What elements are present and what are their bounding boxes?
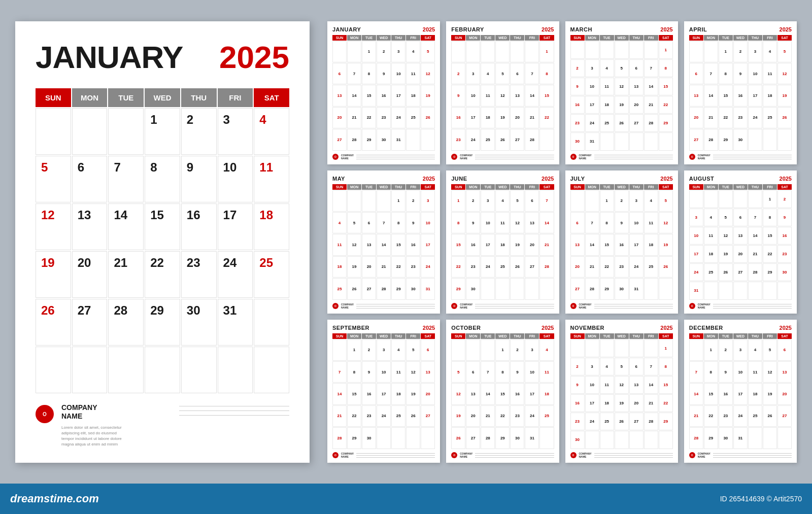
sc-company-name-11: COMPANYNAME [698,452,710,459]
sc-cell-2-3-5: 21 [644,96,658,114]
sc-cell-1-0-6: 1 [539,41,554,62]
sc-cell-0-4-4: 31 [391,129,405,150]
cal-cell-29: 29 [145,299,180,346]
sc-cell-0-2-5: 18 [406,85,420,106]
sc-dh-fri: FRI [763,35,777,41]
cal-cell-8: 8 [145,156,180,202]
sc-dh-mon: MON [585,35,599,41]
cal-cell-12: 12 [36,203,71,250]
sc-cell-7-4-2: 26 [719,263,733,281]
sc-cell-4-3-4: 22 [391,256,405,278]
sc-day-headers-5: SUNMONTUEWEDTHUFRISAT [451,184,554,190]
sc-dh-mon: MON [585,333,599,339]
day-header-sat: SAT [254,88,289,107]
sc-logo-7: O [689,303,695,309]
sc-cell-7-3-0: 17 [689,245,703,263]
sc-cell-1-3-4: 20 [510,107,524,128]
sc-cell-4-0-1 [347,190,361,212]
sc-cell-9-0-6: 4 [539,339,554,361]
sc-cell-10-0-2 [600,339,614,357]
sc-dh-sat: SAT [659,35,673,41]
sc-line-1-2 [594,155,673,155]
sc-line-3-1 [475,159,554,159]
sc-logo-11: O [689,452,695,458]
sc-dh-wed: WED [615,333,629,339]
sc-cell-7-2-1: 11 [704,227,718,245]
sc-cell-3-1-4: 10 [748,63,762,84]
sc-dh-sat: SAT [421,184,435,190]
sc-cell-3-1-1: 7 [704,63,718,84]
sc-month-11: DECEMBER [689,325,723,331]
sc-cell-0-4-2: 29 [362,129,376,150]
sc-cell-8-3-1: 22 [347,405,361,427]
company-text: COMPANYNAME Lorem dolor sit amet, consec… [61,403,172,447]
sc-cell-4-2-4: 15 [391,234,405,255]
sc-header-3: APRIL 2025 [689,26,792,32]
sc-cell-9-2-0: 12 [451,383,465,404]
sc-dh-sun: SUN [570,184,585,190]
sc-cell-0-1-0: 6 [332,63,347,84]
sc-cell-5-0-2: 3 [481,190,495,212]
sc-cell-10-5-1 [585,431,599,449]
sc-line-3-2 [594,159,673,159]
sc-line-2-1 [475,157,554,157]
sc-cell-4-3-0: 18 [332,256,347,278]
sc-cell-7-0-1 [704,190,718,208]
sc-cell-7-1-5: 8 [763,209,777,226]
sc-day-headers-9: SUNMONTUEWEDTHUFRISAT [451,333,554,339]
sc-footer-6: O COMPANYNAME [570,303,673,310]
sc-header-2: MARCH 2025 [570,26,673,32]
cal-cell [72,108,108,155]
sc-cell-7-2-3: 13 [733,227,748,245]
sc-dh-mon: MON [347,35,361,41]
sc-cell-0-4-3: 30 [377,129,391,150]
sc-cell-7-4-6: 30 [777,263,792,281]
small-cal-december: DECEMBER 2025 SUNMONTUEWEDTHUFRISAT12345… [684,320,797,463]
sc-cell-2-3-2: 18 [600,96,614,114]
sc-cell-5-3-2: 24 [481,256,495,278]
sc-cell-2-2-1: 10 [585,78,599,95]
sc-cell-9-2-1: 13 [466,383,480,404]
sc-cell-3-1-6: 12 [777,63,792,84]
sc-cell-2-2-0: 9 [570,78,585,95]
cal-cell-3: 3 [218,108,253,155]
sc-dh-fri: FRI [525,333,539,339]
sc-cell-10-4-5: 28 [644,413,658,430]
sc-cell-0-3-6: 26 [421,107,435,128]
sc-cell-11-3-4: 25 [748,405,762,427]
sc-cell-7-5-0: 31 [689,282,703,299]
sc-company-name-10: COMPANYNAME [579,452,592,459]
sc-cell-5-4-2 [481,278,495,299]
sc-cell-7-1-3: 6 [733,209,748,226]
sc-cell-10-3-6: 22 [659,394,673,412]
sc-cell-8-0-6: 6 [421,339,435,361]
sc-cell-4-2-2: 13 [362,234,376,255]
sc-dh-mon: MON [704,184,718,190]
sc-month-2: MARCH [570,26,592,32]
sc-company-name-7: COMPANYNAME [698,303,710,310]
sc-day-headers-0: SUNMONTUEWEDTHUFRISAT [332,35,435,41]
sc-cell-6-3-6: 26 [659,256,673,278]
sc-cell-3-2-0: 13 [689,85,703,106]
company-line-1 [179,406,289,406]
sc-dh-tue: TUE [719,35,733,41]
sc-dh-thu: THU [510,333,524,339]
sc-footer-0: O COMPANYNAME [332,154,435,160]
sc-grid-3: 1234567891011121314151617181920212223242… [689,41,792,151]
sc-cell-2-5-5 [644,132,658,150]
cal-cell-22: 22 [145,251,180,298]
sc-cell-10-0-6: 1 [659,339,673,357]
sc-cell-2-1-1: 3 [585,59,599,77]
sc-cell-3-1-2: 8 [719,63,733,84]
sc-cell-3-0-2: 1 [719,41,733,62]
sc-cell-6-2-4: 17 [629,234,644,255]
sc-cell-5-1-4: 12 [510,212,524,233]
sc-cell-11-3-1: 22 [704,405,718,427]
sc-cell-1-1-0: 2 [451,63,465,84]
sc-cell-7-1-4: 7 [748,209,762,226]
sc-cell-7-4-3: 27 [733,263,748,281]
large-month-name: JANUARY [36,42,183,73]
sc-dh-thu: THU [629,35,644,41]
sc-cell-4-4-2: 27 [362,278,376,299]
sc-cell-3-3-2: 22 [719,107,733,128]
